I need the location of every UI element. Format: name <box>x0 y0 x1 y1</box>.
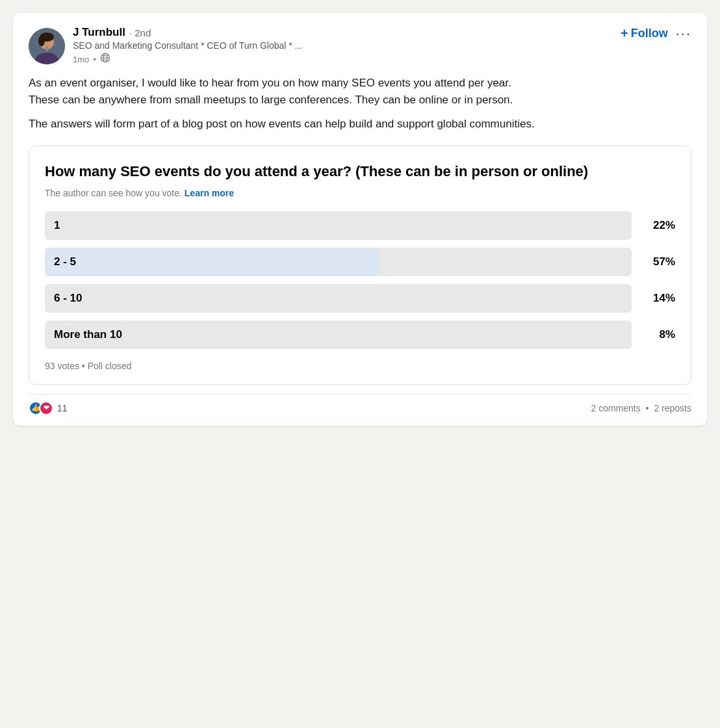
reactions-sep: • <box>646 403 649 413</box>
post-content: As an event organiser, I would like to h… <box>29 75 691 133</box>
post-header: J Turnbull · 2nd SEO and Marketing Consu… <box>29 26 691 66</box>
connection-badge: · 2nd <box>129 27 151 38</box>
poll-option[interactable]: More than 108% <box>45 320 675 349</box>
more-options-button[interactable]: ··· <box>676 27 691 41</box>
reactions-right: 2 comments • 2 reposts <box>591 403 691 413</box>
poll-option-label: More than 10 <box>45 328 122 341</box>
time-sep: • <box>93 55 96 64</box>
love-reaction-icon: ❤ <box>39 401 53 415</box>
author-name-row: J Turnbull · 2nd <box>73 26 302 39</box>
author-section: J Turnbull · 2nd SEO and Marketing Consu… <box>29 26 302 66</box>
poll-footer-sep: • <box>82 361 88 371</box>
post-meta: 1mo • <box>73 53 302 66</box>
svg-point-4 <box>38 36 45 46</box>
poll-option-percentage: 14% <box>639 292 675 305</box>
comments-count[interactable]: 2 comments <box>591 403 640 413</box>
poll-option[interactable]: 122% <box>45 211 675 240</box>
poll-option[interactable]: 2 - 557% <box>45 248 675 276</box>
follow-plus-icon: + <box>621 26 628 41</box>
poll-option-percentage: 57% <box>639 255 675 268</box>
reactions-row: 👍 ❤ 11 2 comments • 2 reposts <box>29 394 691 415</box>
globe-icon <box>100 53 110 66</box>
follow-button[interactable]: + Follow <box>621 26 668 41</box>
reactions-left: 👍 ❤ 11 <box>29 401 68 415</box>
post-paragraph-1: As an event organiser, I would like to h… <box>29 75 691 109</box>
poll-footer: 93 votes • Poll closed <box>45 361 675 371</box>
poll-option-label: 6 - 10 <box>45 292 82 305</box>
author-info: J Turnbull · 2nd SEO and Marketing Consu… <box>73 26 302 66</box>
poll-option-label: 2 - 5 <box>45 255 76 268</box>
post-card: J Turnbull · 2nd SEO and Marketing Consu… <box>13 13 707 426</box>
poll-status: Poll closed <box>88 361 132 371</box>
reposts-count[interactable]: 2 reposts <box>654 403 691 413</box>
poll-card: How many SEO events do you attend a year… <box>29 146 691 385</box>
poll-options: 122%2 - 557%6 - 1014%More than 108% <box>45 211 675 349</box>
poll-option-label: 1 <box>45 219 60 232</box>
header-actions: + Follow ··· <box>621 26 691 41</box>
reaction-icons: 👍 ❤ <box>29 401 53 415</box>
reaction-count: 11 <box>57 403 68 413</box>
learn-more-link[interactable]: Learn more <box>185 188 234 198</box>
avatar[interactable] <box>29 28 65 64</box>
poll-question: How many SEO events do you attend a year… <box>45 162 675 181</box>
poll-privacy-text: The author can see how you vote. <box>45 188 182 198</box>
svg-rect-5 <box>45 46 48 51</box>
author-title: SEO and Marketing Consultant * CEO of Tu… <box>73 40 302 51</box>
poll-privacy: The author can see how you vote. Learn m… <box>45 188 675 198</box>
poll-option-percentage: 8% <box>639 328 675 341</box>
poll-votes: 93 votes <box>45 361 79 371</box>
poll-option-percentage: 22% <box>639 219 675 232</box>
post-paragraph-2: The answers will form part of a blog pos… <box>29 116 691 133</box>
follow-label: Follow <box>631 27 668 40</box>
poll-option[interactable]: 6 - 1014% <box>45 284 675 313</box>
author-name: J Turnbull <box>73 26 125 39</box>
post-time: 1mo <box>73 55 89 64</box>
